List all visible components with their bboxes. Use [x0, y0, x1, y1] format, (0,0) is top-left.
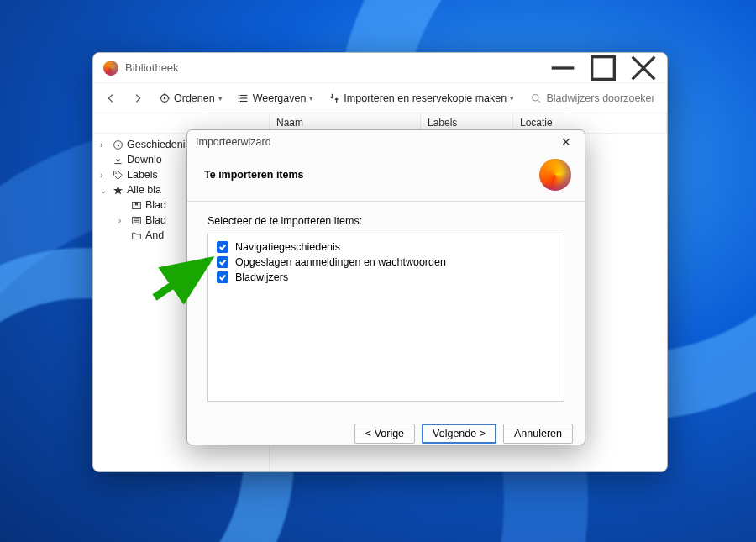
minimize-button[interactable]	[546, 56, 580, 80]
wizard-title: Importeerwizard	[196, 136, 556, 148]
search-input[interactable]	[546, 92, 654, 104]
wizard-header: Te importeren items	[187, 154, 585, 202]
svg-point-5	[164, 97, 166, 99]
wizard-prompt: Selecteer de te importeren items:	[207, 215, 564, 227]
wizard-heading: Te importeren items	[204, 169, 539, 181]
toolbar: Ordenen Weergaven Importeren en reservek…	[93, 83, 667, 113]
import-item-row[interactable]: Navigatiegeschiedenis	[217, 239, 555, 255]
wizard-titlebar: Importeerwizard ✕	[187, 130, 585, 154]
wizard-close-button[interactable]: ✕	[556, 134, 576, 150]
cancel-button[interactable]: Annuleren	[503, 424, 573, 444]
wizard-items-list: Navigatiegeschiedenis Opgeslagen aanmeld…	[207, 234, 564, 402]
clock-icon	[112, 139, 123, 150]
svg-line-17	[538, 100, 541, 103]
sidebar-label: And	[145, 229, 164, 241]
bookmark-menu-icon	[130, 215, 142, 226]
organize-menu[interactable]: Ordenen	[154, 89, 228, 108]
import-label: Importeren en reservekopie maken	[344, 92, 507, 104]
download-icon	[112, 155, 123, 166]
import-item-row[interactable]: Bladwijzers	[217, 270, 555, 285]
sidebar-label: Geschiedenis	[127, 139, 191, 150]
sidebar-label: Alle bla	[127, 184, 161, 196]
import-wizard-dialog: Importeerwizard ✕ Te importeren items Se…	[186, 129, 585, 445]
bookmark-toolbar-icon	[130, 200, 142, 211]
window-controls	[546, 56, 660, 80]
sidebar-label: Blad	[145, 214, 166, 226]
import-item-row[interactable]: Opgeslagen aanmeldingen en wachtwoorden	[217, 255, 555, 270]
sidebar-label: Labels	[127, 169, 158, 181]
import-item-label: Opgeslagen aanmeldingen en wachtwoorden	[235, 256, 446, 268]
views-menu[interactable]: Weergaven	[233, 89, 319, 108]
import-item-label: Bladwijzers	[235, 271, 288, 283]
svg-point-20	[115, 172, 117, 174]
sidebar-label: Downlo	[127, 154, 162, 166]
back-button[interactable]	[100, 89, 122, 108]
tag-icon	[112, 170, 123, 181]
next-button[interactable]: Volgende >	[422, 424, 496, 444]
views-label: Weergaven	[253, 92, 307, 104]
import-backup-menu[interactable]: Importeren en reservekopie maken	[323, 89, 519, 108]
checkbox-checked-icon[interactable]	[217, 256, 228, 268]
svg-rect-1	[592, 56, 615, 79]
search-box[interactable]	[524, 91, 660, 106]
window-title: Bibliotheek	[125, 61, 546, 74]
wizard-footer: < Vorige Volgende > Annuleren	[187, 415, 585, 452]
star-icon	[112, 185, 123, 196]
sidebar-label: Blad	[145, 199, 166, 211]
back-button[interactable]: < Vorige	[354, 424, 415, 444]
close-button[interactable]	[627, 56, 660, 80]
checkbox-checked-icon[interactable]	[217, 241, 228, 253]
svg-point-13	[238, 94, 239, 95]
checkbox-checked-icon[interactable]	[217, 271, 228, 283]
forward-button[interactable]	[127, 89, 149, 108]
wizard-body: Selecteer de te importeren items: Naviga…	[187, 202, 585, 415]
search-icon	[531, 92, 541, 104]
svg-point-15	[238, 100, 239, 101]
svg-point-14	[238, 97, 239, 98]
folder-icon	[130, 230, 142, 241]
maximize-button[interactable]	[586, 56, 620, 80]
svg-point-16	[533, 94, 539, 101]
organize-label: Ordenen	[174, 92, 215, 104]
import-item-label: Navigatiegeschiedenis	[235, 241, 340, 253]
titlebar: Bibliotheek	[93, 53, 667, 83]
firefox-icon	[539, 159, 571, 191]
firefox-icon	[103, 61, 118, 76]
